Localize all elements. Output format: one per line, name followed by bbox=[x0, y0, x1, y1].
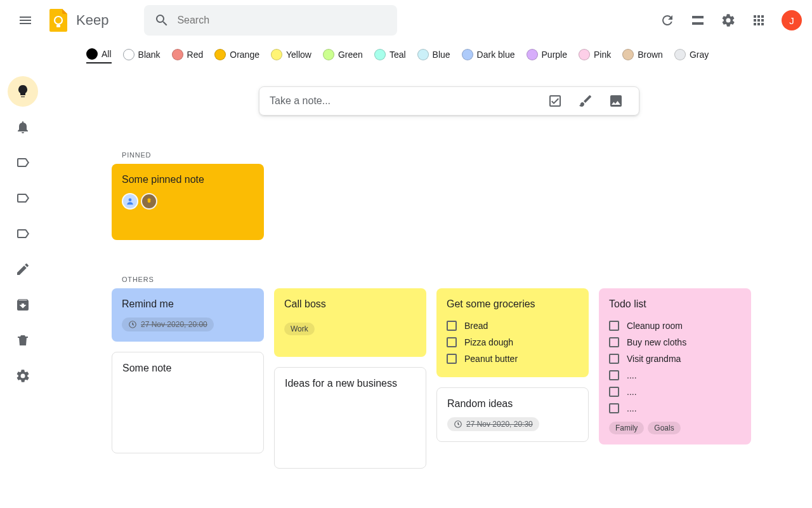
clock-icon bbox=[454, 420, 462, 429]
nav-label-3[interactable] bbox=[8, 218, 38, 249]
checklist-item-text: Pizza dough bbox=[464, 337, 513, 347]
checkbox-icon[interactable] bbox=[447, 354, 457, 364]
filter-brown[interactable]: Brown bbox=[622, 49, 663, 63]
note-title: Ideas for a new business bbox=[285, 378, 416, 389]
take-note-input[interactable]: Take a note... bbox=[259, 86, 639, 116]
checklist-item[interactable]: Cleanup room bbox=[609, 318, 741, 334]
nav-reminders[interactable] bbox=[8, 112, 38, 142]
filter-teal[interactable]: Teal bbox=[374, 49, 406, 63]
nav-archive[interactable] bbox=[8, 290, 38, 320]
checklist-item[interactable]: Bread bbox=[447, 318, 579, 334]
color-swatch bbox=[674, 49, 686, 60]
note-title: Get some groceries bbox=[447, 298, 579, 310]
filter-gray[interactable]: Gray bbox=[674, 49, 709, 63]
logo-wrap[interactable]: Keep bbox=[46, 8, 108, 33]
filter-red[interactable]: Red bbox=[172, 49, 204, 63]
new-list-button[interactable] bbox=[542, 88, 568, 114]
filter-dark-blue[interactable]: Dark blue bbox=[462, 49, 515, 63]
color-swatch bbox=[579, 49, 590, 60]
reminder-chip[interactable]: 27 Nov 2020, 20:00 bbox=[122, 318, 214, 331]
filter-label: Teal bbox=[390, 50, 406, 60]
pencil-icon bbox=[15, 262, 30, 277]
color-swatch bbox=[172, 49, 183, 60]
nav-edit-labels[interactable] bbox=[8, 254, 38, 284]
checkbox-icon[interactable] bbox=[447, 337, 457, 347]
nav-trash[interactable] bbox=[8, 325, 38, 356]
refresh-button[interactable] bbox=[655, 8, 680, 33]
checklist-item-text: .... bbox=[627, 403, 637, 413]
checklist-item[interactable]: .... bbox=[609, 367, 741, 384]
filter-yellow[interactable]: Yellow bbox=[271, 49, 311, 63]
note-label[interactable]: Goals bbox=[648, 422, 680, 434]
settings-button[interactable] bbox=[716, 8, 741, 33]
account-avatar[interactable]: J bbox=[782, 10, 802, 30]
filter-label: Blank bbox=[138, 50, 160, 60]
apps-button[interactable] bbox=[746, 8, 771, 33]
filter-label: All bbox=[102, 49, 112, 59]
bell-icon bbox=[15, 119, 30, 135]
checklist-item-text: Visit grandma bbox=[627, 354, 681, 364]
filter-label: Pink bbox=[594, 50, 611, 60]
label-icon bbox=[15, 226, 30, 241]
checklist-item[interactable]: .... bbox=[609, 400, 741, 417]
filter-pink[interactable]: Pink bbox=[579, 49, 611, 63]
search-bar[interactable] bbox=[144, 5, 396, 36]
checkbox-icon[interactable] bbox=[609, 337, 619, 347]
note-card-pinned[interactable]: Some pinned note bbox=[112, 164, 264, 240]
take-note-placeholder: Take a note... bbox=[270, 95, 537, 107]
checkbox-icon[interactable] bbox=[609, 403, 619, 413]
checkbox-icon[interactable] bbox=[609, 321, 619, 331]
pinned-section-label: PINNED bbox=[122, 151, 787, 159]
keep-logo-icon bbox=[46, 8, 71, 33]
note-label[interactable]: Work bbox=[284, 323, 315, 335]
list-view-button[interactable] bbox=[685, 8, 710, 33]
color-swatch bbox=[214, 49, 226, 60]
filter-label: Orange bbox=[230, 50, 259, 60]
nav-settings[interactable] bbox=[8, 361, 38, 391]
nav-notes[interactable] bbox=[8, 76, 38, 107]
archive-icon bbox=[15, 297, 30, 312]
checklist-item[interactable]: Peanut butter bbox=[447, 351, 579, 367]
checklist-item[interactable]: Buy new cloths bbox=[609, 334, 741, 351]
filter-blue[interactable]: Blue bbox=[417, 49, 450, 63]
note-card-ideas[interactable]: Ideas for a new business bbox=[274, 367, 426, 469]
note-card-groceries[interactable]: Get some groceries BreadPizza doughPeanu… bbox=[436, 288, 589, 377]
note-card-remind[interactable]: Remind me 27 Nov 2020, 20:00 bbox=[112, 288, 264, 342]
new-drawing-button[interactable] bbox=[573, 88, 598, 114]
note-card-random[interactable]: Random ideas 27 Nov 2020, 20:30 bbox=[436, 387, 589, 442]
person-icon bbox=[126, 197, 134, 206]
filter-all[interactable]: All bbox=[86, 48, 112, 64]
refresh-icon bbox=[660, 13, 675, 28]
checklist-item[interactable]: Pizza dough bbox=[447, 334, 579, 351]
label-icon bbox=[15, 155, 30, 170]
checkbox-icon bbox=[547, 93, 563, 109]
checklist-item-text: .... bbox=[627, 387, 637, 397]
app-name: Keep bbox=[76, 12, 108, 29]
checkbox-icon[interactable] bbox=[609, 354, 619, 364]
filter-label: Brown bbox=[638, 50, 663, 60]
filter-blank[interactable]: Blank bbox=[123, 49, 160, 63]
filter-orange[interactable]: Orange bbox=[214, 49, 259, 63]
new-image-button[interactable] bbox=[603, 88, 629, 114]
note-title: Todo list bbox=[609, 298, 741, 310]
note-card-callboss[interactable]: Call boss Work bbox=[274, 288, 426, 357]
checklist-item[interactable]: .... bbox=[609, 384, 741, 400]
note-card-some[interactable]: Some note bbox=[112, 352, 264, 453]
checkbox-icon[interactable] bbox=[609, 370, 619, 380]
reminder-chip[interactable]: 27 Nov 2020, 20:30 bbox=[447, 417, 539, 431]
collaborator-avatar bbox=[141, 193, 157, 210]
nav-label-1[interactable] bbox=[8, 147, 38, 178]
note-card-todo[interactable]: Todo list Cleanup roomBuy new clothsVisi… bbox=[599, 288, 751, 444]
filter-purple[interactable]: Purple bbox=[527, 49, 567, 63]
main-menu-button[interactable] bbox=[10, 5, 41, 36]
filter-green[interactable]: Green bbox=[323, 49, 363, 63]
checklist-item[interactable]: Visit grandma bbox=[609, 351, 741, 367]
checkbox-icon[interactable] bbox=[447, 321, 457, 331]
filter-label: Purple bbox=[542, 50, 567, 60]
color-swatch bbox=[86, 48, 98, 60]
nav-label-2[interactable] bbox=[8, 183, 38, 213]
brush-icon bbox=[578, 93, 593, 109]
search-input[interactable] bbox=[177, 15, 386, 26]
note-label[interactable]: Family bbox=[609, 422, 644, 434]
checkbox-icon[interactable] bbox=[609, 387, 619, 397]
